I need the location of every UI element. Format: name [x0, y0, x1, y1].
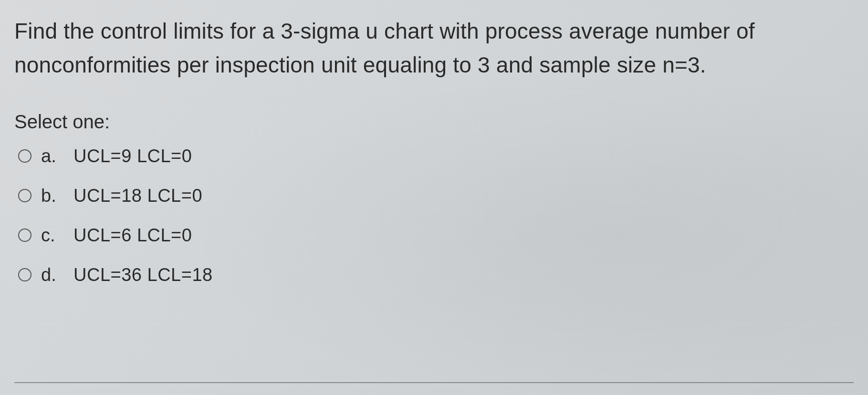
- option-text: UCL=6 LCL=0: [73, 225, 192, 246]
- radio-icon[interactable]: [18, 229, 31, 242]
- option-letter: c.: [41, 225, 64, 246]
- option-text: UCL=36 LCL=18: [73, 265, 213, 285]
- option-a[interactable]: a. UCL=9 LCL=0: [18, 146, 854, 166]
- option-b[interactable]: b. UCL=18 LCL=0: [18, 186, 854, 206]
- option-letter: a.: [41, 146, 64, 166]
- option-d[interactable]: d. UCL=36 LCL=18: [18, 265, 854, 285]
- option-c[interactable]: c. UCL=6 LCL=0: [18, 225, 854, 246]
- radio-icon[interactable]: [18, 149, 31, 163]
- radio-icon[interactable]: [18, 189, 31, 202]
- options-list: a. UCL=9 LCL=0 b. UCL=18 LCL=0 c. UCL=6 …: [14, 146, 854, 285]
- select-one-label: Select one:: [14, 111, 854, 133]
- option-text: UCL=9 LCL=0: [73, 146, 192, 166]
- divider: [14, 382, 854, 383]
- question-text: Find the control limits for a 3-sigma u …: [14, 14, 854, 83]
- option-text: UCL=18 LCL=0: [73, 186, 202, 206]
- radio-icon[interactable]: [18, 268, 31, 281]
- option-letter: b.: [41, 186, 64, 206]
- option-letter: d.: [41, 265, 64, 285]
